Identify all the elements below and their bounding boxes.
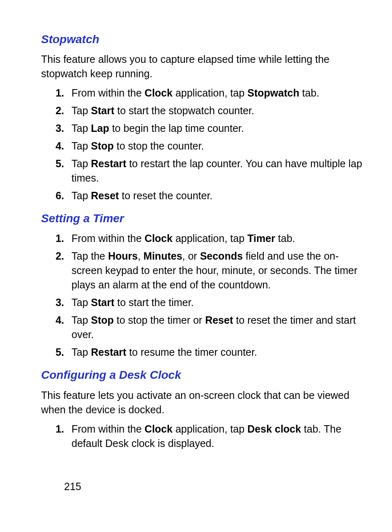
list-item: 2. Tap the Hours, Minutes, or Seconds fi…	[41, 249, 364, 292]
list-item: 4. Tap Stop to stop the counter.	[41, 139, 364, 153]
page-number: 215	[64, 479, 364, 494]
section-intro: This feature allows you to capture elaps…	[41, 52, 364, 81]
step-text: Tap Stop to stop the timer or Reset to r…	[71, 313, 364, 342]
step-text: Tap Restart to restart the lap counter. …	[71, 157, 364, 185]
step-number: 1.	[49, 86, 71, 100]
steps-list: 1. From within the Clock application, ta…	[41, 422, 364, 451]
list-item: 3. Tap Start to start the timer.	[41, 295, 364, 310]
step-number: 1.	[49, 422, 71, 436]
list-item: 5. Tap Restart to resume the timer count…	[41, 345, 364, 359]
step-text: Tap Lap to begin the lap time counter.	[71, 121, 364, 136]
list-item: 5. Tap Restart to restart the lap counte…	[41, 157, 364, 185]
page-content: Stopwatch This feature allows you to cap…	[0, 0, 392, 510]
list-item: 1. From within the Clock application, ta…	[41, 86, 364, 100]
section-heading-configuring-desk-clock: Configuring a Desk Clock	[41, 367, 364, 383]
step-number: 2.	[49, 104, 71, 118]
step-number: 4.	[49, 139, 71, 153]
step-text: Tap Restart to resume the timer counter.	[71, 345, 364, 359]
step-number: 5.	[49, 157, 71, 171]
step-number: 2.	[49, 249, 71, 263]
step-text: Tap Start to start the timer.	[71, 295, 364, 310]
steps-list: 1. From within the Clock application, ta…	[41, 86, 364, 203]
step-text: From within the Clock application, tap T…	[71, 231, 364, 246]
list-item: 3. Tap Lap to begin the lap time counter…	[41, 121, 364, 136]
section-heading-stopwatch: Stopwatch	[41, 31, 364, 47]
steps-list: 1. From within the Clock application, ta…	[41, 231, 364, 359]
step-text: Tap the Hours, Minutes, or Seconds field…	[71, 249, 364, 292]
step-number: 6.	[49, 189, 71, 203]
section-heading-setting-timer: Setting a Timer	[41, 210, 364, 226]
list-item: 1. From within the Clock application, ta…	[41, 422, 364, 451]
step-text: Tap Reset to reset the counter.	[71, 189, 364, 203]
list-item: 1. From within the Clock application, ta…	[41, 231, 364, 246]
step-number: 3.	[49, 121, 71, 136]
step-text: Tap Stop to stop the counter.	[71, 139, 364, 153]
step-text: Tap Start to start the stopwatch counter…	[71, 104, 364, 118]
step-number: 5.	[49, 345, 71, 359]
list-item: 6. Tap Reset to reset the counter.	[41, 189, 364, 203]
list-item: 2. Tap Start to start the stopwatch coun…	[41, 104, 364, 118]
step-number: 4.	[49, 313, 71, 327]
step-text: From within the Clock application, tap D…	[71, 422, 364, 451]
step-number: 1.	[49, 231, 71, 246]
list-item: 4. Tap Stop to stop the timer or Reset t…	[41, 313, 364, 342]
step-text: From within the Clock application, tap S…	[71, 86, 364, 100]
section-intro: This feature lets you activate an on-scr…	[41, 388, 364, 417]
step-number: 3.	[49, 295, 71, 310]
